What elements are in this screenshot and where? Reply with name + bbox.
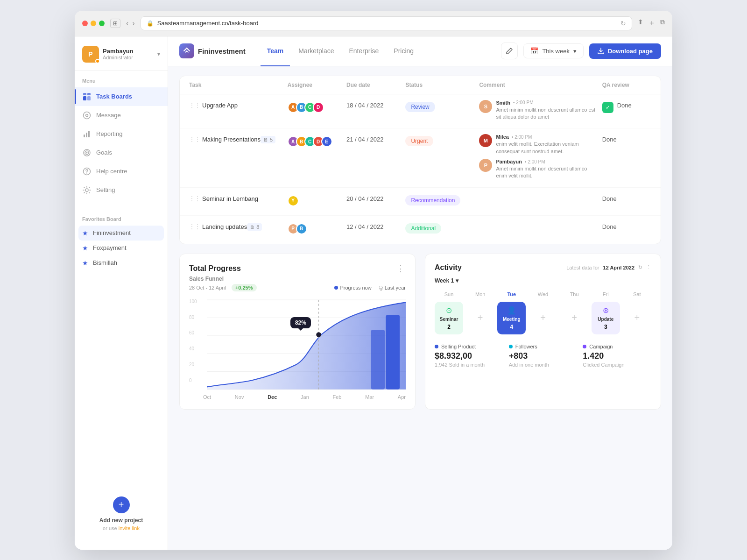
top-nav: Fininvestment Team Marketplace Enterpris… <box>168 36 672 66</box>
forward-button[interactable]: › <box>132 19 134 28</box>
sidebar-item-goals[interactable]: Goals <box>75 143 168 162</box>
cal-day-item-sat[interactable]: + <box>623 302 651 334</box>
metric-sub-followers: Add in one month <box>509 362 578 368</box>
nav-tab-enterprise[interactable]: Enterprise <box>343 43 386 58</box>
comment-header: Pambayun • 2:00 PM <box>496 159 598 164</box>
cal-day-item-thu[interactable]: + <box>560 302 589 334</box>
brand-logo <box>179 43 194 58</box>
cal-day-item-fri[interactable]: ⊛ Update 3 <box>592 302 620 334</box>
chart-tooltip: 82% <box>290 317 311 328</box>
activity-title: Activity <box>435 263 462 272</box>
back-button[interactable]: ‹ <box>126 19 128 28</box>
cal-add-sat[interactable]: + <box>623 302 651 334</box>
cal-day-item-mon[interactable]: + <box>466 302 494 334</box>
sidebar-item-setting[interactable]: Setting <box>75 181 168 199</box>
qa-label: Done <box>602 195 617 202</box>
brand-name: Fininvestment <box>198 47 246 55</box>
sidebar-item-reporting[interactable]: Reporting <box>75 125 168 143</box>
x-axis: Oct Nov Dec Jan Feb Mar Apr <box>189 390 406 400</box>
panel-menu-button[interactable]: ⋮ <box>396 263 406 274</box>
refresh-icon[interactable]: ↻ <box>620 20 626 27</box>
cal-day-item-sun[interactable]: ⊙ Seminar 2 <box>435 302 463 334</box>
new-tab-icon[interactable]: ＋ <box>648 18 655 28</box>
metric-sub-selling: 1,942 Sold in a month <box>435 362 503 368</box>
bottom-panels: Total Progress ⋮ Sales Funnel 28 Oct - 1… <box>179 254 661 410</box>
drag-handle[interactable]: ⋮⋮ <box>189 136 200 142</box>
nav-tab-team[interactable]: Team <box>261 43 290 58</box>
maximize-button[interactable] <box>99 21 105 26</box>
cal-add-wed[interactable]: + <box>529 302 557 334</box>
legend-dot-last: ○ <box>379 286 383 290</box>
invite-link-anchor[interactable]: invite link <box>119 525 140 531</box>
share-icon[interactable]: ⬆ <box>638 18 643 28</box>
sidebar-item-help-centre[interactable]: Help centre <box>75 162 168 181</box>
nav-tab-marketplace[interactable]: Marketplace <box>292 43 340 58</box>
table-header: Task Assignee Due date Status Comment QA… <box>180 76 661 94</box>
cal-day-mon: Mon <box>466 290 494 299</box>
drag-handle[interactable]: ⋮⋮ <box>189 195 200 202</box>
comment-time: • 2:00 PM <box>512 135 532 140</box>
add-project-button[interactable]: + <box>113 496 130 513</box>
goals-icon <box>82 148 92 157</box>
tabs-icon[interactable]: ⧉ <box>660 18 665 28</box>
metric-campaign: Campaign 1.420 Clicked Campaign <box>583 344 651 368</box>
week-selector[interactable]: 📅 This week ▾ <box>523 43 584 58</box>
nav-tab-pricing[interactable]: Pricing <box>387 43 420 58</box>
download-button[interactable]: Download page <box>589 43 661 59</box>
minimize-button[interactable] <box>91 21 96 26</box>
week-chevron-icon: ▾ <box>573 48 577 55</box>
cal-day-item-wed[interactable]: + <box>529 302 557 334</box>
cal-day-wed: Wed <box>529 290 557 299</box>
user-name: Pambayun <box>103 48 154 55</box>
qa-cell: ✓ Done <box>602 94 651 121</box>
user-profile[interactable]: P Pambayun Administrator ▾ <box>75 46 168 71</box>
sidebar-item-task-boards[interactable]: Task Boards <box>75 87 168 106</box>
fav-label-bismillah: Bismillah <box>93 259 117 266</box>
activity-menu-button[interactable]: ⋮ <box>646 264 651 270</box>
y-axis-80: 80 <box>189 315 203 320</box>
activity-meta: Latest data for 12 April 2022 ↻ ⋮ <box>566 264 651 270</box>
fav-item-bismillah[interactable]: ★ Bismillah <box>75 255 168 270</box>
fav-label-fininvestment: Fininvestment <box>93 229 131 236</box>
status-cell: Recommendation <box>405 188 479 213</box>
date-range-text: 28 Oct - 12 April <box>189 285 226 291</box>
cal-add-thu[interactable]: + <box>560 302 589 334</box>
close-button[interactable] <box>82 21 88 26</box>
refresh-icon[interactable]: ↻ <box>638 264 642 270</box>
qa-label: Done <box>602 223 617 230</box>
fav-item-fininvestment[interactable]: ★ Fininvestment <box>78 226 164 241</box>
task-cell: ⋮⋮ Making Presentations 🗎 5 <box>189 128 288 151</box>
address-bar[interactable]: 🔒 Saasteammanagement.co/task-board ↻ <box>141 16 632 30</box>
chevron-down-icon: ▾ <box>157 51 160 57</box>
col-due-date: Due date <box>346 82 405 88</box>
comment-cell <box>479 216 602 229</box>
sidebar-toggle-button[interactable]: ⊞ <box>110 19 120 28</box>
sidebar-item-message[interactable]: Message <box>75 106 168 125</box>
assignee-cell: P B <box>288 216 346 242</box>
metric-dot-teal <box>509 345 513 348</box>
avatars-group: A B C D E <box>288 136 332 147</box>
x-apr: Apr <box>398 394 406 400</box>
week-selector-sm[interactable]: Week 1 ▾ <box>435 277 651 284</box>
panel-title: Total Progress <box>189 264 241 273</box>
calendar-icon: 📅 <box>530 47 538 55</box>
fav-item-foxpayment[interactable]: ★ Foxpayment <box>75 241 168 255</box>
status-cell: Urgent <box>405 128 479 154</box>
col-task: Task <box>189 82 288 88</box>
comment-avatar: M <box>479 134 492 147</box>
edit-button[interactable] <box>501 43 518 59</box>
status-cell: Review <box>405 94 479 120</box>
metric-name-selling: Selling Product <box>441 344 476 349</box>
drag-handle[interactable]: ⋮⋮ <box>189 102 200 108</box>
due-date-cell: 20 / 04 / 2022 <box>346 188 405 210</box>
cal-day-item-tue[interactable]: 👤 Meeting 4 <box>497 302 526 334</box>
drag-handle[interactable]: ⋮⋮ <box>189 223 200 230</box>
svg-rect-1 <box>87 93 91 95</box>
cal-add-mon[interactable]: + <box>466 302 494 334</box>
qa-cell: Done <box>602 128 651 150</box>
avatars-group: P B <box>288 223 307 234</box>
calendar-grid: Sun Mon Tue Wed Thu Fri Sat ⊙ Se <box>435 290 651 334</box>
metric-label-selling: Selling Product <box>435 344 503 349</box>
tooltip-value: 82% <box>295 319 306 326</box>
x-nov: Nov <box>235 394 244 400</box>
